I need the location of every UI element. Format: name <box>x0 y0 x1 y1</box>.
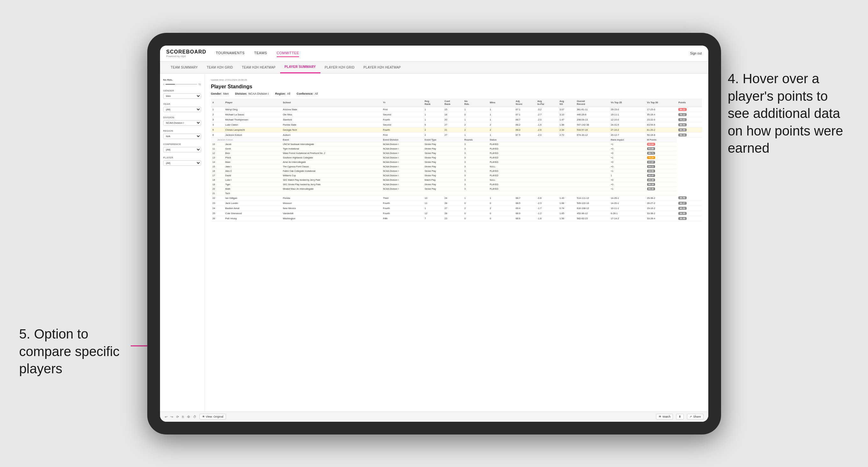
cell-conf-rank: 27 <box>443 122 463 127</box>
points-badge[interactable]: 24.11 <box>647 165 655 168</box>
view-original-button[interactable]: 👁 View: Original <box>199 414 226 419</box>
table-row[interactable]: 25 Cole Sherwood Vanderbilt Fourth 12 28… <box>211 211 702 216</box>
table-row[interactable]: 24 Bastien Amat New Mexico Fourth 1 27 2… <box>211 206 702 211</box>
points-badge[interactable]: 68.94 <box>678 123 687 126</box>
cell-num: 5 <box>211 127 224 132</box>
table-row[interactable]: 14 Mare Amer An Intercollegiate NCAA Div… <box>211 160 702 164</box>
cell-player: Michael Thorbjornsen <box>224 117 281 122</box>
cell-vs25: 12-10-0 <box>609 117 646 122</box>
cell-points[interactable]: 60.49 <box>677 127 702 132</box>
points-badge[interactable]: 73.23 <box>647 156 655 159</box>
sidebar-conference-select[interactable]: (All) <box>163 147 201 152</box>
cell-points[interactable]: 70.21 <box>677 117 702 122</box>
points-badge[interactable]: 48.58 <box>678 196 687 199</box>
tab-team-h2h-grid[interactable]: TEAM H2H GRID <box>203 62 238 73</box>
settings-icon[interactable]: ⚙ <box>187 415 190 418</box>
table-row[interactable]: 10 Jacob UNCW Seahawk Intercollegiate NC… <box>211 142 702 146</box>
clock-icon[interactable]: ⏱ <box>193 415 196 418</box>
table-row[interactable]: 22 Ian Gilligan Florida Third 10 24 1 1 … <box>211 195 702 200</box>
cell-to-par: -1.6 <box>536 122 558 127</box>
table-row[interactable]: 3 Michael Thorbjornsen Stanford Fourth 1… <box>211 117 702 122</box>
annotation-right: 4. Hover over a player's points to see a… <box>728 70 849 157</box>
points-badge[interactable]: 76.12 <box>678 113 687 116</box>
tab-player-h2h-heatmap[interactable]: PLAYER H2H HEATMAP <box>359 62 405 73</box>
sidebar-division-select[interactable]: NCAA Division I <box>163 120 201 126</box>
cell-vs50: 17-23-0 <box>646 107 677 112</box>
points-badge[interactable]: 37.57 <box>647 161 655 163</box>
sidebar-no-rds: No Rds. 4 52 <box>163 79 201 86</box>
table-row[interactable]: 19 Tiger SEC Stroke Play hosted by Jerry… <box>211 182 702 186</box>
tab-team-summary[interactable]: TEAM SUMMARY <box>166 62 203 73</box>
cell-points[interactable]: 58.18 <box>677 132 702 137</box>
col-rounds: Rounds <box>463 137 488 142</box>
table-row[interactable]: 2 Michael La Sasso Ole Miss Second 1 18 … <box>211 112 702 117</box>
table-row[interactable]: 18 Luke I SEC Match Play hosted by Jerry… <box>211 178 702 182</box>
table-row[interactable]: 12 Bren Wake Forest Invitational at Pine… <box>211 151 702 155</box>
cell-vs25: 29-15-0 <box>609 107 646 112</box>
filter-region-label: Region: <box>275 92 286 95</box>
points-badge[interactable]: 58.18 <box>678 133 687 136</box>
points-badge[interactable]: 60.64 <box>647 143 655 146</box>
share-button[interactable]: ↗ Share <box>687 414 703 419</box>
tab-player-summary[interactable]: PLAYER SUMMARY <box>280 62 320 73</box>
sidebar-year-select[interactable]: (All) <box>163 107 201 112</box>
refresh-icon[interactable]: ⟳ <box>176 415 179 418</box>
points-badge[interactable]: 25.38 <box>647 179 655 181</box>
points-badge[interactable]: 98.22 <box>678 108 687 111</box>
download-button[interactable]: ⬇ <box>676 414 684 419</box>
points-badge[interactable]: 56.18 <box>647 183 655 186</box>
annotation-left: 5. Option to compare specific players <box>19 325 127 378</box>
points-badge[interactable]: 38.95 <box>678 212 687 215</box>
table-row[interactable]: 6 Jackson Kolson Auburn First 2 27 1 1 8… <box>211 132 702 137</box>
nav-teams[interactable]: TEAMS <box>254 50 267 57</box>
slider-track[interactable] <box>165 84 197 85</box>
points-badge[interactable]: 53.60 <box>647 147 655 150</box>
table-row[interactable]: 26 Petr Hruby Washington Fifth 7 23 0 0 … <box>211 216 702 221</box>
table-row[interactable]: 11 Gordi Tiger Invitational NCAA Divisio… <box>211 146 702 151</box>
table-row[interactable]: 23 Jack Lundin Missouri Fourth 11 28 0 0… <box>211 200 702 206</box>
points-badge[interactable]: 60.49 <box>678 128 687 131</box>
no-rds-label: No Rds. <box>163 79 201 81</box>
points-badge[interactable]: 38.49 <box>678 217 687 220</box>
sidebar-region-select[interactable]: N/A <box>163 133 201 139</box>
cell-player: Wenyi Ding <box>224 107 281 112</box>
sidebar-year-label: Year <box>163 103 201 105</box>
table-row[interactable]: 13 Phich Southern Highlands Collegiate N… <box>211 155 702 160</box>
table-row[interactable]: 16 Alex C Fallen Oak Collegiate Invitati… <box>211 168 702 173</box>
undo-icon[interactable]: ↩ <box>165 415 167 418</box>
cell-points[interactable]: 68.94 <box>677 122 702 127</box>
cell-player: Luke Claton <box>224 122 281 127</box>
points-badge[interactable]: 70.21 <box>678 118 687 121</box>
tab-team-h2h-heatmap[interactable]: TEAM H2H HEATMAP <box>238 62 280 73</box>
points-badge[interactable]: 16.50 <box>647 169 655 173</box>
update-time: Update time: 27/01/2024 16:56:26 <box>211 79 702 81</box>
annotation-right-text: 4. Hover over a player's points to see a… <box>728 71 843 156</box>
table-row[interactable]: 4 Luke Claton Florida State Second 5 27 … <box>211 122 702 127</box>
points-badge[interactable]: 30.47 <box>647 174 655 177</box>
sidebar-player-select[interactable]: (All) <box>163 160 201 166</box>
points-badge[interactable]: 46.02 <box>678 207 687 210</box>
tab-player-h2h-grid[interactable]: PLAYER H2H GRID <box>320 62 359 73</box>
tablet-frame: SCOREBOARD Powered by clipd TOURNAMENTS … <box>147 33 721 435</box>
cell-points[interactable]: 98.22 <box>677 107 702 112</box>
table-row[interactable]: 20 Matti Mirabel Maui Jin Intercollegiat… <box>211 186 702 191</box>
col-record: OverallRecord <box>576 98 609 107</box>
col-w-points: W Points <box>646 137 677 142</box>
redo-icon[interactable]: ↪ <box>170 415 173 418</box>
table-row[interactable]: 1 Wenyi Ding Arizona State First 1 15 1 … <box>211 107 702 112</box>
cell-points[interactable]: 76.12 <box>677 112 702 117</box>
points-badge[interactable]: 48.27 <box>678 202 687 205</box>
copy-icon[interactable]: ⎘ <box>182 415 184 418</box>
table-row[interactable]: 17 David Williams Cup NCAA Division I St… <box>211 173 702 178</box>
nav-tournaments[interactable]: TOURNAMENTS <box>216 50 245 57</box>
cell-reg-rank: 2 <box>423 127 443 132</box>
table-row[interactable]: 5 Christo Lamprecht Georgia Tech Fourth … <box>211 127 702 132</box>
watch-button[interactable]: 👁 Watch <box>656 414 673 419</box>
points-badge[interactable]: 66.40 <box>647 187 655 190</box>
cell-reg-rank: 2 <box>423 132 443 137</box>
points-badge[interactable]: 46.71 <box>647 152 655 155</box>
nav-committee[interactable]: COMMITTEE <box>277 50 299 57</box>
sidebar-gender-select[interactable]: Men <box>163 93 201 99</box>
table-row[interactable]: 15 Jake I The Cypress Point Classic NCAA… <box>211 164 702 168</box>
sign-out-link[interactable]: Sign out <box>690 52 702 55</box>
